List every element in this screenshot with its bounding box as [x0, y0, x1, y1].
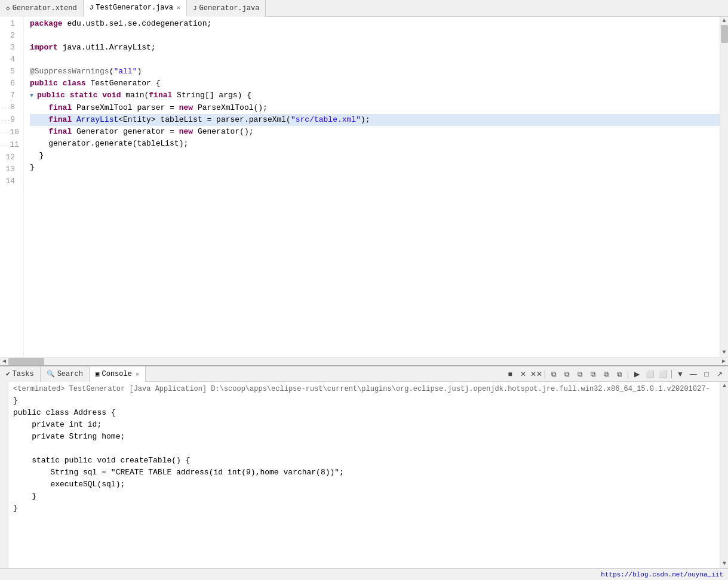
detach-button[interactable]: ↗ [714, 368, 726, 380]
console-output-line [13, 443, 720, 455]
editor-scrollbar[interactable]: ▲ ▼ [720, 17, 728, 357]
code-line [30, 174, 720, 186]
line-number: ···10 [0, 127, 19, 139]
line-number: 14 [0, 175, 19, 187]
tab-tasks-label: Tasks [13, 370, 34, 378]
line-number: 6 [0, 78, 19, 90]
scroll-up-arrow[interactable]: ▲ [720, 17, 729, 25]
line-number: 12 [0, 152, 19, 163]
search-icon: 🔍 [47, 370, 55, 378]
code-line: public class TestGenerator { [30, 78, 720, 90]
line-number: ···11 [0, 139, 19, 152]
console-output-line: } [13, 395, 720, 407]
code-line: final Generator generator = new Generato… [30, 126, 720, 138]
tab-generator-xtend[interactable]: ◇ Generator.xtend [0, 0, 84, 17]
maximize-button[interactable]: ⬜ [657, 368, 669, 380]
console-toolbar: ■ ✕ ✕✕ ⧉ ⧉ ⧉ ⧉ ⧉ ⧉ ▶ ⬜ ⬜ ▼ — □ ↗ [504, 368, 728, 380]
tasks-icon: ✔ [6, 370, 10, 378]
code-line: @SuppressWarnings("all") [30, 66, 720, 78]
tab-search[interactable]: 🔍 Search [41, 366, 90, 382]
line-number: 3 [0, 42, 19, 54]
line-number: 13 [0, 163, 19, 175]
scroll-track[interactable] [720, 25, 729, 348]
toolbar-separator-1 [545, 370, 545, 378]
file-icon: ◇ [6, 4, 10, 12]
minimize-view-button[interactable]: — [687, 368, 699, 380]
collapse-button[interactable]: ⬜ [644, 368, 656, 380]
code-line: final ArrayList<Entity> tableList = pars… [30, 114, 720, 126]
code-line: import java.util.ArrayList; [30, 42, 720, 54]
tab-console[interactable]: ▣ Console ✕ [90, 366, 146, 382]
bottom-tab-bar: ✔ Tasks 🔍 Search ▣ Console ✕ ■ ✕ ✕✕ ⧉ ⧉ … [0, 366, 728, 382]
word-wrap-button[interactable]: ⧉ [600, 368, 612, 380]
line-number: 2 [0, 30, 19, 42]
editor-area: 1234567···8···9···10···11121314 package … [0, 17, 728, 365]
console-text[interactable]: <terminated> TestGenerator [Java Applica… [8, 382, 720, 568]
code-content[interactable]: package edu.ustb.sei.se.codegeneration;i… [24, 17, 720, 357]
code-editor: 1234567···8···9···10···11121314 package … [0, 17, 728, 357]
console-scrollbar[interactable]: ▲ ▼ [720, 382, 728, 568]
line-number: 5 [0, 66, 19, 78]
console-output-line: } [13, 502, 720, 514]
code-line [30, 30, 720, 42]
scroll-thumb[interactable] [721, 25, 728, 43]
tab-label: TestGenerator.java [96, 4, 173, 12]
console-output-line: static public void createTable() { [13, 455, 720, 467]
line-number: ···9 [0, 114, 19, 127]
status-bar: https://blog.csdn.net/ouyna_iit [0, 568, 728, 580]
open-file-button[interactable]: ⧉ [613, 368, 625, 380]
stop-button[interactable]: ■ [504, 368, 516, 380]
h-scroll-track[interactable] [8, 357, 720, 366]
run-button[interactable]: ▶ [631, 368, 643, 380]
line-number: 1 [0, 18, 19, 30]
tab-tasks[interactable]: ✔ Tasks [0, 366, 41, 382]
console-output-line: public class Address { [13, 407, 720, 419]
h-scroll-left-arrow[interactable]: ◀ [0, 357, 8, 366]
scroll-lock-button[interactable]: ⧉ [587, 368, 599, 380]
line-numbers: 1234567···8···9···10···11121314 [0, 17, 24, 357]
tab-test-generator-java[interactable]: J TestGenerator.java ✕ [84, 0, 187, 17]
code-line: ▼ public static void main(final String[]… [30, 90, 720, 102]
console-output-line: private int id; [13, 419, 720, 431]
h-scrollbar[interactable]: ◀ ▶ [0, 357, 728, 365]
tab-label: Generator.xtend [13, 4, 77, 13]
console-scroll-down[interactable]: ▼ [720, 560, 728, 568]
code-line: } [30, 150, 720, 162]
terminated-line: <terminated> TestGenerator [Java Applica… [13, 383, 720, 395]
scroll-down-arrow[interactable]: ▼ [720, 348, 729, 357]
file-icon: J [193, 5, 197, 12]
toolbar-separator-2 [628, 370, 628, 378]
remove-button[interactable]: ✕ [517, 368, 529, 380]
code-line: } [30, 162, 720, 174]
tab-console-label: Console [102, 370, 131, 378]
code-line: package edu.ustb.sei.se.codegeneration; [30, 18, 720, 30]
console-output-line: executeSQL(sql); [13, 479, 720, 490]
remove-all-button[interactable]: ✕✕ [530, 368, 542, 380]
file-icon: J [90, 4, 94, 11]
tab-search-label: Search [57, 370, 83, 378]
console-line-numbers [0, 382, 8, 568]
copy-button[interactable]: ⧉ [548, 368, 560, 380]
paste-button[interactable]: ⧉ [561, 368, 573, 380]
console-scroll-track[interactable] [720, 390, 728, 560]
console-output: <terminated> TestGenerator [Java Applica… [0, 382, 728, 568]
maximize-view-button[interactable]: □ [701, 368, 712, 380]
h-scroll-right-arrow[interactable]: ▶ [720, 357, 728, 366]
code-line: final ParseXmlTool parser = new ParseXml… [30, 102, 720, 114]
status-url: https://blog.csdn.net/ouyna_iit [601, 571, 723, 578]
line-number: 4 [0, 54, 19, 66]
tab-console-close-icon[interactable]: ✕ [136, 371, 139, 378]
code-line: generator.generate(tableList); [30, 138, 720, 150]
clear-button[interactable]: ⧉ [574, 368, 586, 380]
tab-close-icon[interactable]: ✕ [177, 4, 180, 11]
console-output-line: private String home; [13, 431, 720, 443]
dropdown-arrow-button[interactable]: ▼ [674, 368, 686, 380]
code-line [30, 54, 720, 66]
tab-label: Generator.java [199, 4, 260, 13]
bottom-panel: ✔ Tasks 🔍 Search ▣ Console ✕ ■ ✕ ✕✕ ⧉ ⧉ … [0, 365, 728, 568]
toolbar-separator-3 [671, 370, 672, 378]
console-output-line: String sql = "CREATE TABLE address(id in… [13, 467, 720, 479]
console-scroll-up[interactable]: ▲ [720, 382, 728, 390]
tab-generator-java[interactable]: J Generator.java [187, 0, 266, 17]
h-scroll-thumb[interactable] [8, 358, 44, 365]
